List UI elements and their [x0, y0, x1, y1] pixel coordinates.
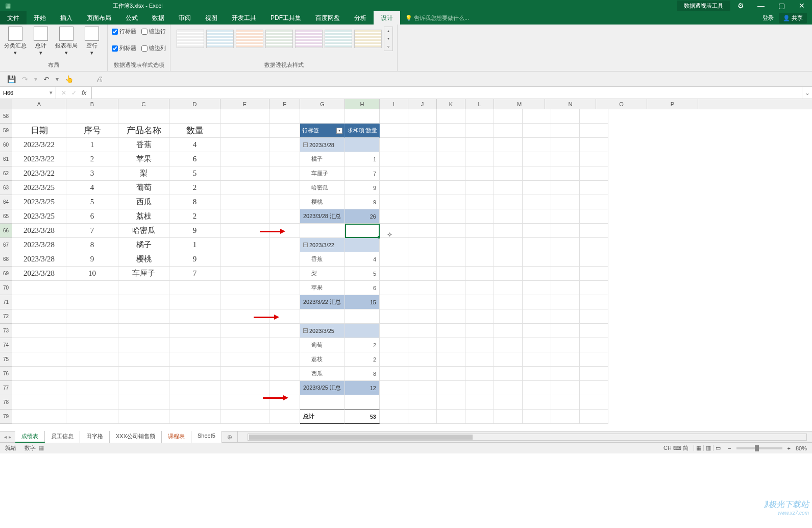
- cell[interactable]: [380, 395, 408, 410]
- cell[interactable]: 2023/3/22: [12, 138, 66, 152]
- cell[interactable]: [465, 181, 494, 195]
- cell[interactable]: [220, 138, 269, 152]
- cell[interactable]: [12, 381, 66, 395]
- cell[interactable]: [380, 209, 408, 224]
- cell[interactable]: 8: [66, 238, 118, 252]
- cell[interactable]: [580, 166, 608, 181]
- cell[interactable]: [269, 295, 300, 309]
- cell[interactable]: 2: [169, 209, 220, 224]
- cell[interactable]: 6: [345, 281, 380, 295]
- cell[interactable]: [465, 281, 494, 295]
- cell[interactable]: 求和项:数量: [345, 124, 380, 138]
- cell[interactable]: [437, 152, 465, 166]
- cell[interactable]: 26: [345, 209, 380, 224]
- cell[interactable]: [169, 381, 220, 395]
- cell[interactable]: [580, 109, 608, 124]
- cell[interactable]: 2023/3/28 汇总: [300, 209, 345, 224]
- cell[interactable]: 5: [169, 166, 220, 181]
- save-icon[interactable]: 💾: [7, 75, 16, 83]
- name-box-input[interactable]: [3, 90, 39, 96]
- col-header[interactable]: M: [494, 99, 545, 109]
- cell[interactable]: 1: [169, 238, 220, 252]
- ime-indicator[interactable]: CH ⌨ 简: [663, 444, 688, 452]
- cell[interactable]: [437, 224, 465, 238]
- tab-insert[interactable]: 插入: [53, 11, 80, 25]
- cell[interactable]: [380, 166, 408, 181]
- cell[interactable]: 2: [169, 181, 220, 195]
- cell[interactable]: [494, 224, 523, 238]
- cell[interactable]: [437, 124, 465, 138]
- cell[interactable]: 2023/3/28: [12, 224, 66, 238]
- cell[interactable]: [169, 309, 220, 324]
- cell[interactable]: [465, 395, 494, 410]
- cell[interactable]: [66, 410, 118, 424]
- row-header[interactable]: 60: [0, 138, 12, 152]
- cell[interactable]: [523, 109, 551, 124]
- cell[interactable]: [12, 352, 66, 367]
- cell[interactable]: [345, 309, 380, 324]
- cell[interactable]: 西瓜: [300, 367, 345, 381]
- cell[interactable]: 2023/3/28: [12, 238, 66, 252]
- cell[interactable]: [220, 224, 269, 238]
- cell[interactable]: [380, 252, 408, 267]
- cell[interactable]: [380, 181, 408, 195]
- formula-input[interactable]: [92, 87, 802, 99]
- cell[interactable]: [269, 209, 300, 224]
- cell[interactable]: [494, 338, 523, 352]
- cell[interactable]: [551, 209, 580, 224]
- zoom-slider[interactable]: [736, 447, 782, 449]
- cell[interactable]: 哈密瓜: [118, 224, 169, 238]
- cell[interactable]: [523, 324, 551, 338]
- cell[interactable]: 1: [66, 138, 118, 152]
- pivot-style-gallery[interactable]: [175, 27, 384, 51]
- cell[interactable]: [66, 324, 118, 338]
- row-header[interactable]: 72: [0, 309, 12, 324]
- cell[interactable]: [494, 181, 523, 195]
- cell[interactable]: 10: [66, 267, 118, 281]
- cell[interactable]: [345, 395, 380, 410]
- cell[interactable]: [494, 324, 523, 338]
- cell[interactable]: [437, 281, 465, 295]
- redo-icon[interactable]: ↷: [22, 75, 28, 83]
- cell[interactable]: [551, 324, 580, 338]
- select-all-corner[interactable]: [0, 99, 12, 109]
- accept-formula-icon[interactable]: ✓: [71, 89, 77, 97]
- zoom-level[interactable]: 80%: [796, 445, 807, 451]
- cell[interactable]: [523, 309, 551, 324]
- cell[interactable]: [437, 410, 465, 424]
- cell[interactable]: [380, 238, 408, 252]
- cell[interactable]: [465, 338, 494, 352]
- cell[interactable]: [380, 281, 408, 295]
- cell[interactable]: [380, 195, 408, 209]
- cell[interactable]: [118, 352, 169, 367]
- cell[interactable]: 行标签▾: [300, 124, 345, 138]
- cell[interactable]: [408, 181, 437, 195]
- cell[interactable]: [551, 352, 580, 367]
- cell[interactable]: 4: [345, 252, 380, 267]
- row-header[interactable]: 75: [0, 352, 12, 367]
- cell[interactable]: 车厘子: [118, 267, 169, 281]
- cell[interactable]: [408, 309, 437, 324]
- cell[interactable]: [220, 109, 269, 124]
- blank-row-button[interactable]: 空行▾: [81, 27, 103, 56]
- tab-data[interactable]: 数据: [145, 11, 171, 25]
- cell[interactable]: [408, 195, 437, 209]
- style-thumb[interactable]: [265, 30, 293, 48]
- cell[interactable]: [465, 324, 494, 338]
- cell[interactable]: [523, 152, 551, 166]
- cell[interactable]: [465, 209, 494, 224]
- cell[interactable]: −2023/3/28: [300, 138, 345, 152]
- col-header[interactable]: A: [12, 99, 66, 109]
- row-header[interactable]: 79: [0, 410, 12, 424]
- cell[interactable]: 9: [66, 252, 118, 267]
- cell[interactable]: 2: [345, 338, 380, 352]
- cell[interactable]: [380, 109, 408, 124]
- cell[interactable]: [269, 352, 300, 367]
- cell[interactable]: [408, 338, 437, 352]
- cell[interactable]: [345, 138, 380, 152]
- cell[interactable]: [345, 109, 380, 124]
- cell[interactable]: [551, 252, 580, 267]
- cell[interactable]: [580, 124, 608, 138]
- tab-design[interactable]: 设计: [374, 11, 400, 25]
- cell[interactable]: [523, 281, 551, 295]
